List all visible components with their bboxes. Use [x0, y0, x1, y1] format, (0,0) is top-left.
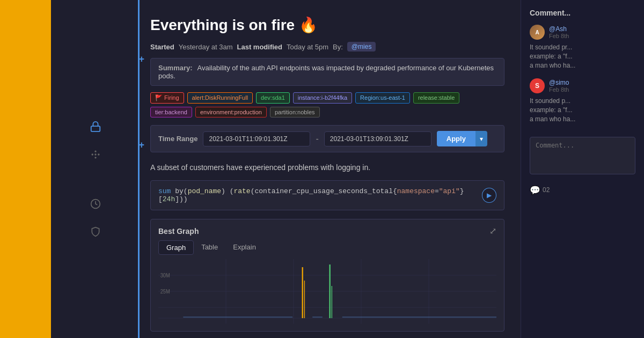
left-sidebar — [0, 0, 51, 338]
comment-item-1: A @Ash Feb 8th It sounded pr...example: … — [530, 25, 635, 70]
svg-text:25M: 25M — [160, 289, 170, 295]
comments-panel: Comment... A @Ash Feb 8th It sounded pr.… — [521, 0, 644, 338]
plus-icon-bottom[interactable]: + — [138, 139, 144, 151]
chart-svg: 30M 25M — [158, 259, 496, 324]
tag-firing[interactable]: 🚩 Firing — [150, 92, 184, 104]
clock-icon[interactable] — [87, 195, 104, 212]
comment-meta-1: @Ash Feb 8th — [549, 25, 569, 39]
tag-release[interactable]: release:stable — [413, 92, 460, 104]
graph-header: Best Graph ⤢ — [151, 219, 504, 236]
comment-item-2: S @simo Feb 8th It sounded p...example: … — [530, 78, 635, 123]
modified-label: Last modified — [237, 43, 283, 51]
summary-box: Summary: Availability of the auth API en… — [150, 58, 504, 86]
comment-header-2: S @simo Feb 8th — [530, 78, 635, 93]
comment-date-2: Feb 8th — [549, 86, 569, 93]
comments-title: Comment... — [530, 9, 635, 17]
started-label: Started — [150, 43, 174, 51]
play-button[interactable]: ▶ — [482, 188, 496, 203]
graph-tab-graph[interactable]: Graph — [158, 240, 194, 255]
apply-dropdown-button[interactable]: ▾ — [475, 131, 487, 146]
svg-point-3 — [95, 157, 96, 158]
tag-env[interactable]: environment:production — [195, 107, 267, 117]
comment-author-2: @simo — [549, 79, 569, 86]
svg-text:30M: 30M — [160, 273, 170, 278]
started-value: Yesterday at 3am — [179, 43, 233, 51]
summary-label: Summary: — [158, 64, 193, 72]
plus-icon-top[interactable]: + — [138, 54, 144, 65]
comment-author-1: @Ash — [549, 25, 569, 33]
tag-instance[interactable]: instance:i-b2f44fka — [293, 92, 352, 104]
dark-sidebar: + + — [51, 0, 140, 338]
tag-partition[interactable]: partition:nobles — [270, 107, 320, 117]
shield-icon[interactable] — [87, 223, 104, 240]
description-text: A subset of customers have experienced p… — [150, 163, 504, 172]
query-block: sum by(pod_name) (rate(container_cpu_usa… — [150, 180, 504, 210]
graph-panel: Best Graph ⤢ GraphTableExplain 30M 25M — [150, 219, 504, 332]
modified-value: Today at 5pm — [287, 43, 328, 51]
comment-header-1: A @Ash Feb 8th — [530, 25, 635, 40]
tags-row: 🚩 Firingalert:DiskRunningFulldev:sda1ins… — [150, 92, 504, 117]
comment-count: 02 — [543, 186, 550, 194]
svg-point-4 — [98, 154, 99, 155]
avatar-sim: S — [530, 78, 545, 93]
avatar-ash: A — [530, 25, 545, 40]
expand-icon[interactable]: ⤢ — [489, 226, 496, 236]
svg-point-1 — [95, 154, 96, 155]
comment-input[interactable] — [530, 137, 635, 174]
graph-title: Best Graph — [158, 227, 199, 236]
svg-rect-0 — [91, 126, 100, 131]
graph-tabs: GraphTableExplain — [151, 236, 504, 259]
page-title: Everything is on fire 🔥 — [150, 16, 504, 34]
summary-text: Availability of the auth API endpoints w… — [158, 64, 494, 80]
comment-meta-2: @simo Feb 8th — [549, 79, 569, 93]
svg-point-5 — [92, 154, 93, 155]
query-text: sum by(pod_name) (rate(container_cpu_usa… — [158, 187, 482, 203]
time-range-row: Time Range - Apply ▾ — [150, 125, 504, 152]
time-range-label: Time Range — [158, 135, 197, 143]
chart-area: 30M 25M — [151, 259, 504, 331]
comment-bubble-icon: 💬 — [530, 185, 540, 195]
meta-row: Started Yesterday at 3am Last modified T… — [150, 42, 504, 52]
by-label: By: — [333, 43, 343, 51]
graph-tab-explain[interactable]: Explain — [225, 240, 264, 255]
time-from-input[interactable] — [203, 131, 310, 146]
time-separator: - — [316, 134, 318, 144]
tag-alert[interactable]: alert:DiskRunningFull — [187, 92, 253, 104]
svg-point-2 — [95, 151, 96, 152]
tag-region[interactable]: Region:us-east-1 — [355, 92, 410, 104]
comment-badge: 💬 02 — [530, 185, 635, 195]
user-badge: @mies — [347, 42, 376, 52]
graph-tab-table[interactable]: Table — [194, 240, 225, 255]
apply-group: Apply ▾ — [437, 131, 487, 146]
comment-date-1: Feb 8th — [549, 33, 569, 39]
tag-dev[interactable]: dev:sda1 — [256, 92, 290, 104]
tag-tier[interactable]: tier:backend — [150, 107, 192, 117]
comment-text-1: It sounded pr...example: a "f...a man wh… — [530, 43, 635, 70]
grid-icon[interactable] — [87, 146, 104, 163]
lock-icon[interactable] — [87, 118, 104, 135]
apply-button[interactable]: Apply — [437, 131, 475, 146]
main-content: Everything is on fire 🔥 Started Yesterda… — [140, 0, 521, 338]
time-to-input[interactable] — [324, 131, 431, 146]
comment-text-2: It sounded p...example: a "f...a man who… — [530, 97, 635, 123]
blue-vertical-line — [138, 0, 140, 338]
